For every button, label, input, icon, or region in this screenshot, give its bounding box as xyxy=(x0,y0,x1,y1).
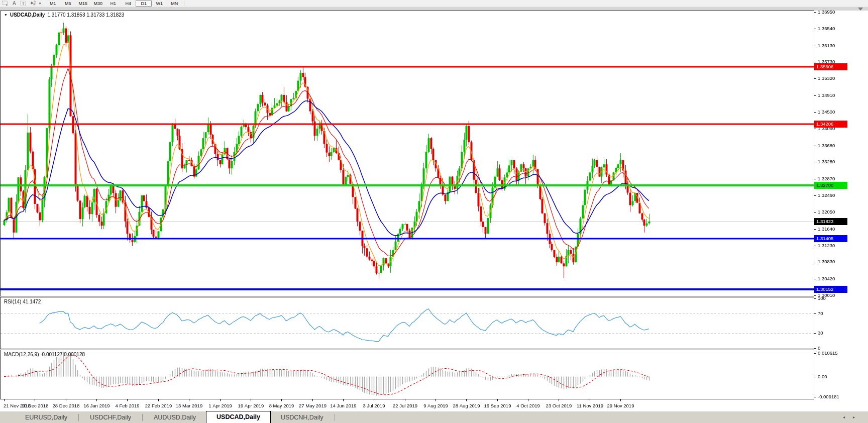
timeframe-button-m15[interactable]: M15 xyxy=(75,1,90,7)
timeframe-button-mn[interactable]: MN xyxy=(167,1,182,7)
tab-eurusd[interactable]: EURUSD,Daily xyxy=(15,412,77,423)
timeframe-button-m5[interactable]: M5 xyxy=(60,1,75,7)
macd-indicator-label: MACD(12,26,9) -0.001127 0.000128 xyxy=(4,352,85,357)
chart-symbol-period: USDCAD,Daily xyxy=(10,12,45,18)
timeframe-button-h4[interactable]: H4 xyxy=(121,1,136,7)
timeframe-button-w1[interactable]: W1 xyxy=(152,1,167,7)
chart-ohlc-values: 1.31770 1.31853 1.31733 1.31823 xyxy=(47,12,124,18)
top-toolbar: F A T ▾ M1M5M15M30H1H4D1W1MN xyxy=(0,0,868,7)
chart-title[interactable]: ▼ USDCAD,Daily 1.31770 1.31853 1.31733 1… xyxy=(4,12,124,18)
timeframe-button-group: M1M5M15M30H1H4D1W1MN xyxy=(45,1,182,7)
dotted-box-f-icon[interactable]: F xyxy=(0,1,11,7)
tab-separator xyxy=(142,414,143,421)
tab-usdchf[interactable]: USDCHF,Daily xyxy=(80,412,141,423)
svg-text:T: T xyxy=(22,2,25,6)
chevron-down-icon[interactable]: ▼ xyxy=(4,13,8,17)
text-tool-icon[interactable]: T xyxy=(18,1,28,7)
chart-tab-bar: EURUSD,DailyUSDCHF,DailyAUDUSD,DailyUSDC… xyxy=(0,411,868,423)
chevron-down-icon[interactable]: ▾ xyxy=(39,2,41,6)
chart-scroll-strip[interactable] xyxy=(0,7,868,11)
toolbar-separator xyxy=(184,1,184,6)
tab-scroll-left-icon[interactable]: ◂ xyxy=(843,415,845,419)
toolbar-separator xyxy=(43,1,43,6)
palette-icon[interactable] xyxy=(28,1,38,7)
price-chart-canvas[interactable] xyxy=(0,11,868,411)
timeframe-button-h1[interactable]: H1 xyxy=(105,1,121,7)
tab-separator xyxy=(78,414,79,421)
tab-scroll-right-icon[interactable]: ▸ xyxy=(853,415,855,419)
timeframe-button-d1[interactable]: D1 xyxy=(136,1,152,7)
tab-usdcnh[interactable]: USDCNH,Daily xyxy=(271,412,334,423)
timeframe-button-m1[interactable]: M1 xyxy=(45,1,60,7)
timeframe-button-m30[interactable]: M30 xyxy=(90,1,105,7)
tab-audusd[interactable]: AUDUSD,Daily xyxy=(144,412,206,423)
tab-usdcad[interactable]: USDCAD,Daily xyxy=(206,411,271,423)
font-a-icon[interactable]: A xyxy=(11,1,18,7)
rsi-indicator-label: RSI(14) 41.1472 xyxy=(4,299,41,304)
tab-separator xyxy=(335,414,335,421)
svg-text:F: F xyxy=(6,4,8,6)
